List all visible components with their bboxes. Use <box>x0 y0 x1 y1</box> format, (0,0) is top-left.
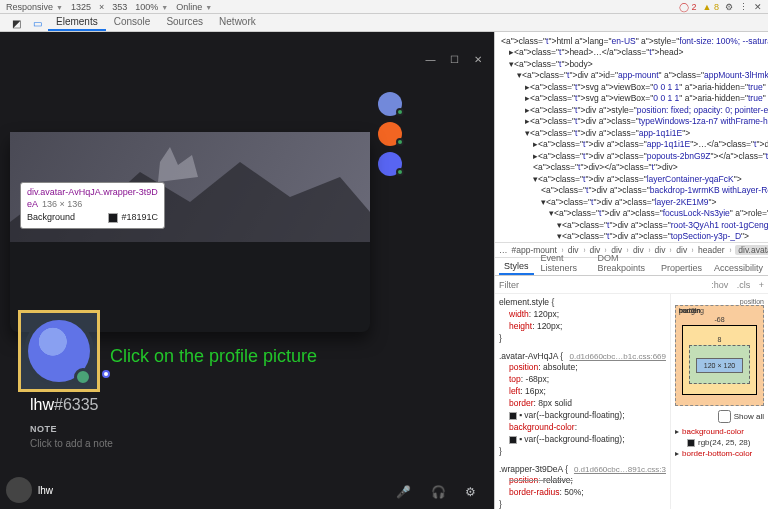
css-property[interactable]: position: relative; <box>499 475 666 487</box>
styles-filter-row: :hov .cls + <box>495 276 768 294</box>
close-icon[interactable]: ✕ <box>754 2 762 12</box>
window-controls[interactable]: — ☐ ✕ <box>425 54 488 65</box>
subtab-properties[interactable]: Properties <box>656 261 707 275</box>
subtab-accessibility[interactable]: Accessibility <box>709 261 768 275</box>
gear-icon[interactable]: ⚙ <box>725 2 733 12</box>
member-item[interactable] <box>378 92 488 116</box>
device-select[interactable]: Responsive▼ <box>6 2 63 12</box>
css-property[interactable]: height: 120px; <box>499 321 666 333</box>
crumb-item[interactable]: header <box>698 245 724 255</box>
user-profile-modal: div.avatar-AvHqJA.wrapper-3t9DeA136 × 13… <box>10 132 370 332</box>
current-user-name: lhw <box>38 485 53 496</box>
inspect-tooltip: div.avatar-AvHqJA.wrapper-3t9DeA136 × 13… <box>20 182 165 229</box>
styles-subtabs: Styles Event Listeners DOM Breakpoints P… <box>495 258 768 276</box>
member-list <box>378 92 488 182</box>
devtools-panel: <a">class="t">html a">lang="en-US" a">st… <box>494 32 768 509</box>
hov-toggle[interactable]: :hov <box>711 280 728 290</box>
dom-node[interactable]: ▾<a">class="t">div a">class="topSection-… <box>501 231 764 242</box>
dom-node[interactable]: ▾<a">class="t">div a">id="app-mount" a">… <box>501 70 764 81</box>
css-property[interactable]: left: 16px; <box>499 386 666 398</box>
dom-node[interactable]: ▾<a">class="t">div a">class="focusLock-N… <box>501 208 764 219</box>
css-property[interactable]: width: 120px; <box>499 309 666 321</box>
dom-node[interactable]: ▾<a">class="t">div a">class="layerContai… <box>501 174 764 185</box>
box-content: 120 × 120 <box>696 358 743 373</box>
subtab-styles[interactable]: Styles <box>499 259 534 275</box>
computed-color[interactable]: ▸ border-bottom-color <box>675 449 764 458</box>
profile-username: lhw#6335 <box>30 396 99 414</box>
crumb-item[interactable]: div <box>655 245 666 255</box>
tab-console[interactable]: Console <box>106 14 159 31</box>
devtools-tabbar: ◩ ▭ Elements Console Sources Network <box>0 14 768 32</box>
device-icon[interactable]: ▭ <box>27 16 48 31</box>
throttle-select[interactable]: Online▼ <box>176 2 212 12</box>
dom-node[interactable]: ▸<a">class="t">head>…</a">class="t">head… <box>501 47 764 58</box>
css-property[interactable]: border: 8px solid <box>499 398 666 410</box>
zoom-select[interactable]: 100%▼ <box>135 2 168 12</box>
pos-label: position <box>675 298 764 305</box>
profile-discriminator: #6335 <box>54 396 99 413</box>
css-property[interactable]: background-color: <box>499 422 666 434</box>
crumb-item[interactable]: div.avatar-AvHqJA.wrapper-3t9DeA <box>735 245 768 255</box>
styles-rules[interactable]: element.style {width: 120px;height: 120p… <box>495 294 670 509</box>
note-input[interactable] <box>30 438 350 449</box>
tab-network[interactable]: Network <box>211 14 264 31</box>
box-border: border 8 padding 120 × 120 <box>682 325 757 395</box>
box-padding: padding 120 × 120 <box>689 345 750 384</box>
dom-node[interactable]: ▾<a">class="t">body> <box>501 59 764 70</box>
new-rule-icon[interactable]: + <box>759 280 764 290</box>
css-property[interactable]: position: absolute; <box>499 362 666 374</box>
instruction-overlay: Click on the profile picture <box>110 346 317 367</box>
color-swatch <box>108 213 118 223</box>
tab-sources[interactable]: Sources <box>158 14 211 31</box>
user-controls[interactable]: 🎤 🎧 ⚙ <box>396 485 484 499</box>
more-icon[interactable]: ⋮ <box>739 2 748 12</box>
dom-node[interactable]: <a">class="t">div a">class="backdrop-1wr… <box>501 185 764 196</box>
dom-node[interactable]: ▸<a">class="t">div a">class="app-1q1i1E"… <box>501 139 764 150</box>
css-property[interactable]: ▪ var(--background-floating); <box>499 410 666 422</box>
box-model-panel: position margin -68 border 8 padding 120… <box>670 294 768 509</box>
dom-node[interactable]: ▸<a">class="t">svg a">viewBox="0 0 1 1" … <box>501 82 764 93</box>
tooltip-bg-value: #18191C <box>121 212 158 222</box>
app-viewport: — ☐ ✕ div.avatar-AvHqJA.wrapper-3t9DeA13… <box>0 32 494 509</box>
tab-elements[interactable]: Elements <box>48 14 106 31</box>
css-property[interactable]: top: -68px; <box>499 374 666 386</box>
inspect-icon[interactable]: ◩ <box>6 16 27 31</box>
css-rule[interactable]: 0.d1d660cbc…891c.css:3.wrapper-3t9DeA {p… <box>499 464 666 509</box>
error-count[interactable]: ◯ 2 <box>679 2 697 12</box>
warning-count[interactable]: ▲ 8 <box>703 2 719 12</box>
status-indicator <box>74 368 92 386</box>
crumb-item[interactable]: div <box>676 245 687 255</box>
member-item[interactable] <box>378 152 488 176</box>
member-item[interactable] <box>378 122 488 146</box>
dom-node[interactable]: ▾<a">class="t">div a">class="root-3QyAh1… <box>501 220 764 231</box>
dom-node[interactable]: ▾<a">class="t">div a">class="layer-2KE1M… <box>501 197 764 208</box>
computed-color[interactable]: ▸ background-color <box>675 427 764 436</box>
dom-node[interactable]: ▾<a">class="t">div a">class="app-1q1i1E"… <box>501 128 764 139</box>
dom-node[interactable]: ▸<a">class="t">div a">class="typeWindows… <box>501 116 764 127</box>
viewport-width[interactable]: 1325 <box>71 2 91 12</box>
tooltip-bg-label: Background <box>27 212 75 224</box>
cls-toggle[interactable]: .cls <box>737 280 751 290</box>
rule-source[interactable]: 0.d1d660cbc…b1c.css:669 <box>569 351 666 362</box>
css-property[interactable]: border-radius: 50%; <box>499 487 666 499</box>
current-user-panel[interactable]: lhw <box>6 477 53 503</box>
dom-node[interactable]: ▸<a">class="t">div a">style="position: f… <box>501 105 764 116</box>
dom-node[interactable]: <a">class="t">html a">lang="en-US" a">st… <box>501 36 764 47</box>
css-property[interactable]: ▪ var(--background-floating); <box>499 434 666 446</box>
box-margin: margin -68 border 8 padding 120 × 120 <box>675 305 764 406</box>
responsive-toolbar: Responsive▼ 1325 × 353 100%▼ Online▼ ◯ 2… <box>0 0 768 14</box>
rule-source[interactable]: 0.d1d660cbc…891c.css:3 <box>574 464 666 475</box>
show-all-checkbox[interactable] <box>718 410 731 423</box>
styles-filter-input[interactable] <box>499 280 559 290</box>
css-rule[interactable]: element.style {width: 120px;height: 120p… <box>499 297 666 345</box>
css-rule[interactable]: 0.d1d660cbc…b1c.css:669.avatar-AvHqJA {p… <box>499 351 666 458</box>
dom-node[interactable]: <a">class="t">div></a">class="t">div> <box>501 162 764 173</box>
viewport-height[interactable]: 353 <box>112 2 127 12</box>
subtab-dom-breakpoints[interactable]: DOM Breakpoints <box>592 251 653 275</box>
note-label: NOTE <box>30 424 350 434</box>
dom-node[interactable]: ▸<a">class="t">svg a">viewBox="0 0 1 1" … <box>501 93 764 104</box>
tooltip-dimensions: 136 × 136 <box>42 199 82 211</box>
dom-node[interactable]: ▸<a">class="t">div a">class="popouts-2bn… <box>501 151 764 162</box>
dom-tree[interactable]: <a">class="t">html a">lang="en-US" a">st… <box>495 32 768 242</box>
badge-icon <box>102 370 110 378</box>
